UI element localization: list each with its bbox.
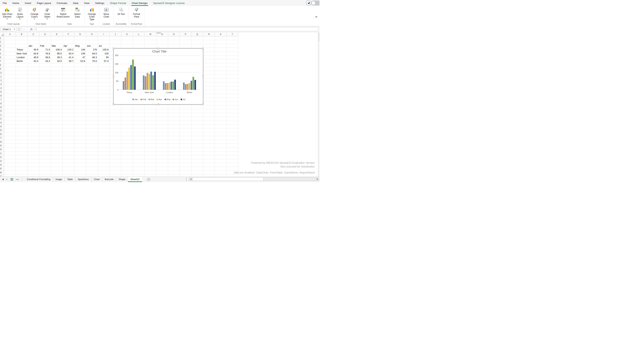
cell-A3[interactable] (4, 44, 16, 48)
cell-P31[interactable] (180, 152, 192, 155)
cell-K33[interactable] (121, 159, 133, 163)
cell-S33[interactable] (215, 159, 226, 163)
change-chart-type-button[interactable]: ChangeChartType (87, 7, 97, 21)
cell-R1[interactable] (203, 36, 215, 40)
cell-I34[interactable] (98, 163, 110, 167)
cell-E19[interactable] (51, 106, 63, 109)
row-header-12[interactable]: 12 (0, 78, 4, 82)
cell-G27[interactable] (74, 136, 86, 140)
cell-E10[interactable] (51, 71, 63, 75)
cell-M35[interactable] (144, 167, 156, 170)
cell-T5[interactable] (227, 52, 238, 56)
cell-T9[interactable] (227, 67, 238, 71)
cell-Q22[interactable] (192, 117, 203, 121)
cell-R29[interactable] (203, 144, 215, 148)
cell-D33[interactable] (39, 159, 51, 163)
cell-R7[interactable] (203, 59, 215, 63)
cancel-formula-icon[interactable]: × (23, 28, 25, 31)
cell-H36[interactable] (86, 171, 98, 174)
row-header-19[interactable]: 19 (0, 106, 4, 109)
column-header-L[interactable]: L (133, 32, 144, 36)
column-header-J[interactable]: J (110, 32, 121, 36)
cell-T33[interactable] (227, 159, 238, 163)
cell-O30[interactable] (168, 148, 180, 151)
row-header-25[interactable]: 25 (0, 128, 4, 132)
cell-B2[interactable] (16, 40, 28, 44)
row-header-14[interactable]: 14 (0, 86, 4, 90)
cell-J34[interactable] (110, 163, 121, 167)
cell-H15[interactable] (86, 90, 98, 94)
cell-P19[interactable] (180, 106, 192, 109)
cell-R10[interactable] (203, 71, 215, 75)
cell-C28[interactable] (28, 140, 39, 144)
cell-T25[interactable] (227, 128, 238, 132)
cell-C14[interactable] (28, 86, 39, 90)
cell-R20[interactable] (203, 109, 215, 113)
cell-T34[interactable] (227, 163, 238, 167)
cell-T21[interactable] (227, 113, 238, 117)
cell-P34[interactable] (180, 163, 192, 167)
cell-Q20[interactable] (192, 109, 203, 113)
name-box[interactable]: Chart 1 (1, 27, 16, 31)
cell-C22[interactable] (28, 117, 39, 121)
cell-G10[interactable] (74, 71, 86, 75)
cell-H7[interactable]: 75.5 (86, 59, 98, 63)
cell-G19[interactable] (74, 106, 86, 109)
switch-row-column-button[interactable]: SwitchRow/Column (57, 7, 70, 18)
cell-G24[interactable] (74, 124, 86, 128)
cell-O19[interactable] (168, 106, 180, 109)
cell-R34[interactable] (203, 163, 215, 167)
cell-A10[interactable] (4, 71, 16, 75)
cell-F28[interactable] (63, 140, 74, 144)
cell-D23[interactable] (39, 121, 51, 124)
cell-O37[interactable] (168, 174, 180, 176)
cell-B22[interactable] (16, 117, 28, 121)
row-header-5[interactable]: 5 (0, 52, 4, 56)
next-sheet-icon[interactable] (6, 178, 8, 180)
selection-handle[interactable] (113, 48, 114, 49)
cell-I19[interactable] (98, 106, 110, 109)
cell-S3[interactable] (215, 44, 226, 48)
cell-G36[interactable] (74, 171, 86, 174)
menu-formulas[interactable]: Formulas (57, 0, 67, 6)
cell-E33[interactable] (51, 159, 63, 163)
bar-new-york-jun[interactable] (152, 75, 154, 90)
cell-K35[interactable] (121, 167, 133, 170)
cell-K32[interactable] (121, 155, 133, 159)
cell-G34[interactable] (74, 163, 86, 167)
cell-P23[interactable] (180, 121, 192, 124)
row-header-2[interactable]: 2 (0, 40, 4, 44)
cell-K3[interactable] (121, 44, 133, 48)
cell-G7[interactable]: 52.6 (74, 59, 86, 63)
cell-H31[interactable] (86, 152, 98, 155)
cell-O29[interactable] (168, 144, 180, 148)
cell-I15[interactable] (98, 90, 110, 94)
cell-L37[interactable] (133, 174, 144, 176)
cell-B5[interactable]: New York (16, 52, 28, 56)
cell-F31[interactable] (63, 152, 74, 155)
column-header-Q[interactable]: Q (192, 32, 203, 36)
cell-S17[interactable] (215, 98, 226, 102)
cell-F12[interactable] (63, 78, 74, 82)
scroll-left-icon[interactable] (189, 178, 192, 181)
cell-C31[interactable] (28, 152, 39, 155)
cell-B1[interactable] (16, 36, 28, 40)
bar-london-jul[interactable] (174, 80, 176, 90)
formula-input[interactable] (36, 27, 318, 31)
row-header-29[interactable]: 29 (0, 144, 4, 148)
cell-H17[interactable] (86, 98, 98, 102)
cell-C23[interactable] (28, 121, 39, 124)
cell-T23[interactable] (227, 121, 238, 124)
cell-F13[interactable] (63, 82, 74, 86)
menu-data[interactable]: Data (73, 0, 78, 6)
cell-B16[interactable] (16, 94, 28, 98)
column-header-H[interactable]: H (86, 32, 98, 36)
cell-Q34[interactable] (192, 163, 203, 167)
cell-F16[interactable] (63, 94, 74, 98)
select-data-button[interactable]: SelectData (72, 7, 82, 18)
cell-D10[interactable] (39, 71, 51, 75)
cell-S4[interactable] (215, 48, 226, 52)
cell-G35[interactable] (74, 167, 86, 170)
cell-L34[interactable] (133, 163, 144, 167)
cell-D15[interactable] (39, 90, 51, 94)
